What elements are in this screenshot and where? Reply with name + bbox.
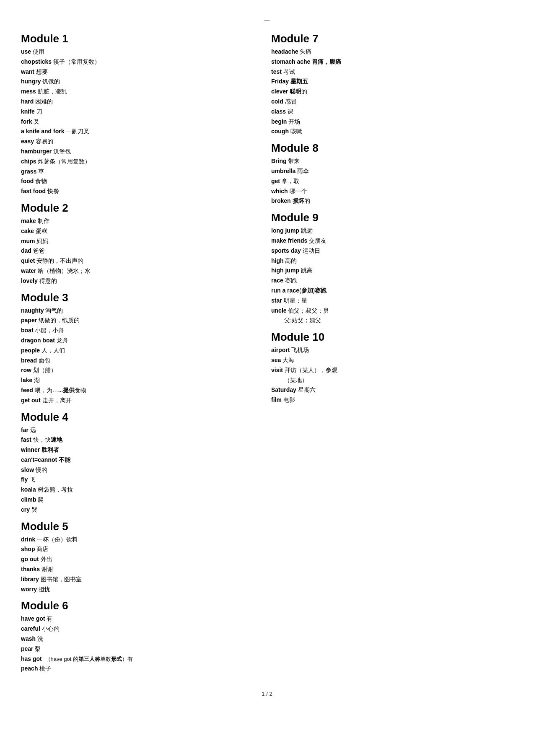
vocab-item: chips 炸薯条（常用复数）	[21, 157, 259, 167]
vocab-item: hard 困难的	[21, 97, 259, 107]
vocab-item: boat 小船，小舟	[21, 326, 259, 336]
vocab-item: clever 聪明的	[271, 87, 513, 97]
module-section: Module 8Bring 带来umbrella 雨伞get 拿，取which …	[271, 142, 513, 206]
vocab-item: worry 担忧	[21, 585, 259, 595]
module-section: Module 1use 使用chopsticks 筷子（常用复数）want 想要…	[21, 32, 259, 197]
vocab-item: mess 肮脏，凌乱	[21, 87, 259, 97]
vocab-item: library 图书馆，图书室	[21, 575, 259, 585]
vocab-item: high jump 跳高	[271, 266, 513, 276]
vocab-item: make friends 交朋友	[271, 236, 513, 246]
module-section: Module 5drink 一杯（份）饮料shop 商店go out 外出tha…	[21, 520, 259, 595]
vocab-item: broken 损坏的	[271, 196, 513, 206]
module-section: Module 10airport 飞机场sea 大海visit 拜访（某人），参…	[271, 331, 513, 405]
vocab-item: knife 刀	[21, 107, 259, 117]
vocab-item: fast 快，快速地	[21, 435, 259, 445]
vocab-item: visit 拜访（某人），参观 （某地）	[271, 365, 513, 386]
module-section: Module 9long jump 跳远make friends 交朋友spor…	[271, 211, 513, 326]
vocab-item: film 电影	[271, 395, 513, 405]
vocab-item: climb 爬	[21, 495, 259, 505]
vocab-item: cough 咳嗽	[271, 127, 513, 137]
vocab-item: a knife and fork 一副刀叉	[21, 127, 259, 137]
module-section: Module 6have got 有careful 小心的wash 洗pear …	[21, 599, 259, 674]
vocab-item: can't=cannot 不能	[21, 455, 259, 465]
module-title: Module 6	[21, 599, 259, 612]
vocab-item: Bring 带来	[271, 156, 513, 166]
vocab-item: sports day 运动日	[271, 246, 513, 256]
vocab-item: make 制作	[21, 216, 259, 226]
vocab-item: go out 外出	[21, 554, 259, 564]
vocab-item: uncle 伯父；叔父；舅 父;姑父；姨父	[271, 306, 513, 326]
vocab-item: bread 面包	[21, 356, 259, 366]
vocab-item: fly 飞	[21, 475, 259, 485]
vocab-item: run a race(参加)赛跑	[271, 286, 513, 296]
vocab-item: chopsticks 筷子（常用复数）	[21, 57, 259, 67]
vocab-item: easy 容易的	[21, 137, 259, 147]
vocab-item: dad 爸爸	[21, 246, 259, 256]
vocab-item: hamburger 汉堡包	[21, 147, 259, 157]
module-section: Module 3naughty 淘气的paper 纸做的，纸质的boat 小船，…	[21, 291, 259, 406]
vocab-item: careful 小心的	[21, 624, 259, 634]
module-title: Module 2	[21, 202, 259, 215]
vocab-item: test 考试	[271, 67, 513, 77]
vocab-item: use 使用	[21, 47, 259, 57]
vocab-item: which 哪一个	[271, 186, 513, 197]
vocab-item: water 给（植物）浇水；水	[21, 266, 259, 276]
vocab-item: lake 湖	[21, 375, 259, 386]
vocab-item: hungry 饥饿的	[21, 77, 259, 87]
vocab-item: koala 树袋熊，考拉	[21, 485, 259, 495]
vocab-item: umbrella 雨伞	[271, 166, 513, 176]
vocab-item: Saturday 星期六	[271, 385, 513, 395]
vocab-item: have got 有	[21, 614, 259, 624]
vocab-item: feed 喂，为…...提供食物	[21, 386, 259, 396]
vocab-item: begin 开场	[271, 117, 513, 127]
vocab-item: stomach ache 胃痛，腹痛	[271, 57, 513, 67]
vocab-item: row 划（船）	[21, 365, 259, 375]
vocab-item: lovely 得意的	[21, 276, 259, 286]
vocab-item: paper 纸做的，纸质的	[21, 316, 259, 326]
vocab-item: want 想要	[21, 67, 259, 77]
vocab-item: Friday 星期五	[271, 77, 513, 87]
vocab-item: cold 感冒	[271, 97, 513, 107]
vocab-item: cry 哭	[21, 505, 259, 515]
top-bar: —	[21, 17, 513, 23]
vocab-item: shop 商店	[21, 544, 259, 554]
vocab-item: slow 慢的	[21, 465, 259, 475]
vocab-item: thanks 谢谢	[21, 564, 259, 575]
module-title: Module 5	[21, 520, 259, 533]
vocab-item: food 食物	[21, 176, 259, 186]
module-title: Module 8	[271, 142, 513, 155]
column-right: Module 7headache 头痛stomach ache 胃痛，腹痛tes…	[267, 27, 513, 674]
vocab-item: high 高的	[271, 256, 513, 266]
module-title: Module 4	[21, 411, 259, 424]
vocab-item: class 课	[271, 107, 513, 117]
module-title: Module 10	[271, 331, 513, 344]
module-section: Module 7headache 头痛stomach ache 胃痛，腹痛tes…	[271, 32, 513, 137]
module-title: Module 9	[271, 211, 513, 224]
vocab-item: wash 洗	[21, 634, 259, 644]
module-section: Module 4far 远fast 快，快速地winner 胜利者can't=c…	[21, 411, 259, 515]
vocab-item: far 远	[21, 425, 259, 435]
vocab-item: mum 妈妈	[21, 236, 259, 246]
page-footer: 1 / 2	[21, 691, 513, 697]
vocab-item: people 人，人们	[21, 346, 259, 356]
vocab-item: winner 胜利者	[21, 445, 259, 455]
vocab-item: get out 走开，离开	[21, 396, 259, 406]
vocab-item: grass 草	[21, 167, 259, 177]
module-section: Module 2make 制作cake 蛋糕mum 妈妈dad 爸爸quiet …	[21, 202, 259, 286]
module-title: Module 3	[21, 291, 259, 304]
vocab-item: get 拿，取	[271, 176, 513, 186]
page-content: Module 1use 使用chopsticks 筷子（常用复数）want 想要…	[21, 27, 513, 674]
vocab-item: long jump 跳远	[271, 226, 513, 236]
module-title: Module 7	[271, 32, 513, 45]
vocab-item: airport 飞机场	[271, 345, 513, 355]
vocab-item: sea 大海	[271, 355, 513, 365]
module-title: Module 1	[21, 32, 259, 45]
vocab-item: dragon boat 龙舟	[21, 336, 259, 346]
vocab-item: peach 桃子	[21, 664, 259, 674]
vocab-item: naughty 淘气的	[21, 306, 259, 316]
vocab-item: race 赛跑	[271, 276, 513, 286]
vocab-item: fork 叉	[21, 117, 259, 127]
vocab-item: drink 一杯（份）饮料	[21, 535, 259, 545]
vocab-item: headache 头痛	[271, 47, 513, 57]
vocab-item: cake 蛋糕	[21, 226, 259, 236]
